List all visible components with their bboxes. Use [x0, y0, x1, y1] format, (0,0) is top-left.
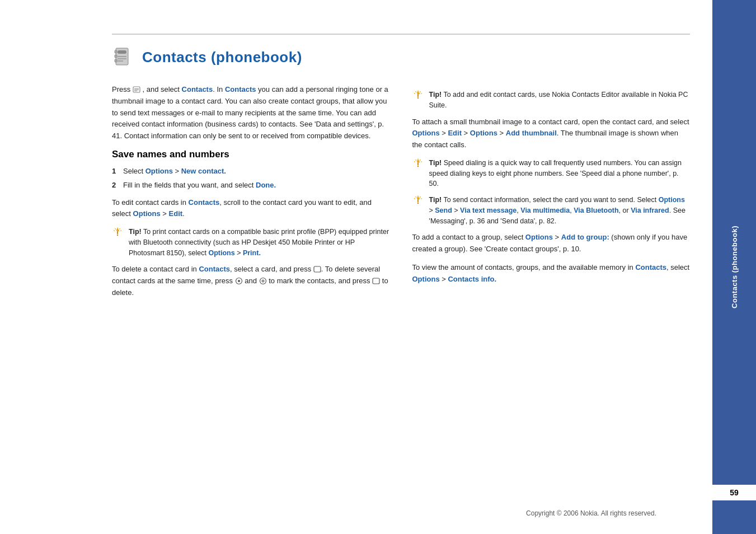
tip2-text: Tip! To add and edit contact cards, use …	[429, 90, 691, 111]
tip1-options-link[interactable]: Options	[208, 249, 234, 257]
svg-point-34	[417, 166, 418, 167]
svg-line-31	[415, 91, 416, 92]
svg-point-21	[238, 280, 240, 282]
svg-line-30	[421, 93, 422, 94]
viewcount-contacts-link[interactable]: Contacts	[635, 263, 666, 271]
tip4-text-link[interactable]: Via text message	[460, 207, 516, 214]
step2-done-link[interactable]: Done.	[256, 181, 276, 189]
tip1-text: Tip! To print contact cards on a compati…	[129, 227, 390, 258]
viewcount-info-link[interactable]: Contacts info.	[448, 275, 496, 283]
tip4-infrared-link[interactable]: Via infrared	[631, 207, 669, 214]
tip-speeddial: Tip! Speed dialing is a quick way to cal…	[412, 158, 691, 189]
right-sidebar: Contacts (phonebook) 59	[712, 0, 756, 534]
tip1-icon	[112, 227, 124, 238]
delete-paragraph: To delete a contact card in Contacts, se…	[112, 264, 390, 298]
tip4-options-link[interactable]: Options	[659, 196, 685, 204]
svg-line-45	[415, 196, 416, 198]
tip2-icon	[412, 90, 425, 101]
group-options-link[interactable]: Options	[525, 233, 553, 241]
intro-paragraph: Press , and select Contacts. In Contacts…	[112, 84, 390, 142]
tip4-multimedia-link[interactable]: Via multimedia	[520, 207, 570, 214]
save-section-heading: Save names and numbers	[112, 149, 390, 160]
col-right: Tip! To add and edit contact cards, use …	[412, 84, 691, 306]
tip4-send-link[interactable]: Send	[435, 207, 452, 214]
step-2: 2 Fill in the fields that you want, and …	[112, 180, 390, 191]
tip4-icon	[412, 195, 425, 207]
tip4-text: Tip! To send contact information, select…	[429, 195, 691, 226]
delete-contacts-link[interactable]: Contacts	[199, 265, 230, 273]
svg-line-32	[414, 93, 415, 94]
col-left: Press , and select Contacts. In Contacts…	[112, 84, 390, 306]
viewcount-paragraph: To view the amount of contacts, groups, …	[412, 262, 691, 285]
group-add-link[interactable]: Add to group:	[561, 233, 609, 241]
page-title: Contacts (phonebook)	[142, 49, 302, 66]
svg-point-27	[417, 97, 418, 99]
svg-line-29	[420, 91, 421, 92]
svg-line-39	[414, 161, 415, 162]
copyright-text: Copyright © 2006 Nokia. All rights reser…	[526, 509, 656, 517]
delete-key-icon4	[372, 277, 380, 285]
svg-point-13	[117, 235, 118, 236]
group-paragraph: To add a contact to a group, select Opti…	[412, 232, 691, 255]
edit-paragraph: To edit contact cards in Contacts, scrol…	[112, 197, 390, 221]
page-title-section: Contacts (phonebook)	[112, 34, 690, 68]
thumbnail-edit-link[interactable]: Edit	[448, 129, 462, 137]
tip-pcsuite: Tip! To add and edit contact cards, use …	[412, 90, 691, 111]
tip4-bluetooth-link[interactable]: Via Bluetooth	[574, 207, 618, 214]
step1-new-contact-link[interactable]: New contact.	[181, 167, 226, 175]
thumbnail-add-link[interactable]: Add thumbnail	[506, 129, 557, 137]
delete-key-icon2	[235, 277, 243, 285]
delete-key-icon3	[259, 277, 267, 285]
contacts-icon	[112, 46, 134, 68]
step1-options-link[interactable]: Options	[145, 167, 173, 175]
footer-copyright: Copyright © 2006 Nokia. All rights reser…	[526, 509, 656, 517]
delete-key-icon1	[313, 265, 321, 273]
tip3-icon	[412, 158, 425, 170]
step-1: 1 Select Options > New contact.	[112, 166, 390, 177]
svg-rect-25	[373, 278, 379, 284]
sidebar-label: Contacts (phonebook)	[730, 226, 739, 308]
svg-rect-2	[115, 55, 117, 58]
svg-line-17	[115, 228, 116, 229]
tip1-print-link[interactable]: Print.	[243, 249, 261, 257]
tip-send: Tip! To send contact information, select…	[412, 195, 691, 226]
numbered-steps: 1 Select Options > New contact. 2 Fill i…	[112, 166, 390, 191]
svg-rect-19	[314, 266, 321, 272]
svg-line-36	[420, 160, 421, 161]
thumbnail-paragraph: To attach a small thumbnail image to a c…	[412, 116, 691, 151]
intro-contacts-link2[interactable]: Contacts	[225, 85, 256, 93]
svg-line-44	[421, 199, 422, 199]
svg-line-37	[421, 161, 422, 162]
edit-options-link[interactable]: Options	[133, 209, 161, 218]
menu-key-icon	[133, 86, 140, 93]
svg-rect-4	[118, 50, 126, 54]
tip-print: Tip! To print contact cards on a compati…	[112, 227, 390, 258]
svg-line-15	[119, 228, 120, 229]
viewcount-options-link[interactable]: Options	[412, 275, 440, 283]
thumbnail-options2-link[interactable]: Options	[470, 129, 497, 137]
svg-line-16	[120, 231, 121, 231]
svg-rect-1	[115, 50, 117, 53]
edit-contacts-link[interactable]: Contacts	[189, 198, 220, 207]
tip3-text: Tip! Speed dialing is a quick way to cal…	[429, 158, 691, 189]
two-column-layout: Press , and select Contacts. In Contacts…	[112, 84, 690, 306]
page-number: 59	[712, 485, 756, 500]
svg-line-43	[420, 196, 421, 198]
svg-rect-3	[115, 59, 117, 62]
svg-line-46	[414, 199, 415, 199]
edit-edit-link[interactable]: Edit	[169, 209, 183, 218]
intro-contacts-link1[interactable]: Contacts	[182, 85, 213, 93]
svg-line-18	[114, 231, 115, 231]
page-container: Contacts (phonebook) Press	[0, 0, 756, 534]
svg-point-41	[417, 203, 418, 204]
thumbnail-options-link[interactable]: Options	[412, 129, 440, 137]
svg-line-38	[415, 160, 416, 161]
main-content: Contacts (phonebook) Press	[0, 0, 712, 534]
